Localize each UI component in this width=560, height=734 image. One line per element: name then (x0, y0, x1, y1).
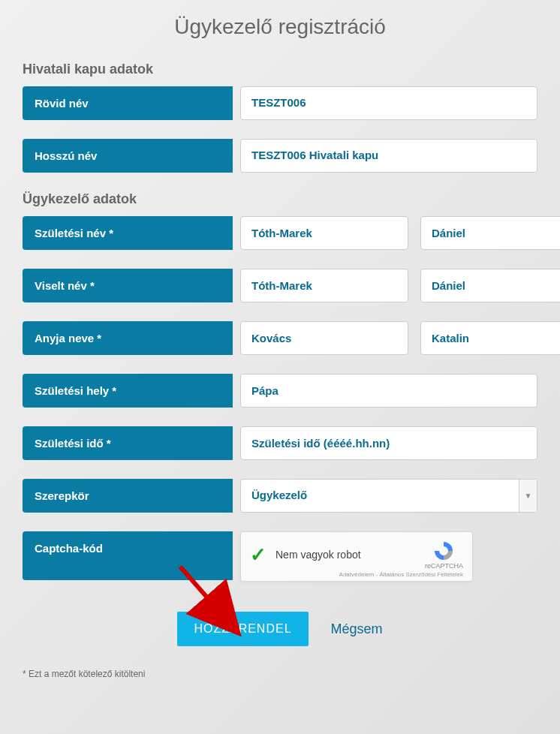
value-hosszu-nev: TESZT006 Hivatali kapu (240, 139, 537, 173)
value-rovid-nev: TESZT006 (240, 86, 537, 120)
recaptcha-icon (432, 540, 455, 562)
label-viselt-nev: Viselt név * (23, 269, 233, 302)
button-row: HOZZÁRENDEL Mégsem (23, 612, 537, 646)
input-szuletesi-ido[interactable] (240, 426, 537, 460)
section-ugykezelo-heading: Ügykezelő adatok (23, 191, 537, 207)
row-rovid-nev: Rövid név TESZT006 (23, 86, 537, 120)
label-hosszu-nev: Hosszú név (23, 139, 233, 173)
row-szuletesi-ido: Születési idő * (23, 426, 537, 460)
input-viselt-nev-last[interactable] (240, 269, 408, 302)
checkmark-icon: ✓ (250, 545, 266, 564)
captcha-text: Nem vagyok robot (275, 549, 416, 561)
required-footnote: * Ezt a mezőt kötelező kitölteni (23, 669, 537, 679)
page-title: Ügykezelő regisztráció (23, 15, 537, 39)
input-szuletesi-nev-first[interactable] (420, 216, 560, 250)
captcha-footer: Adatvédelem - Általános Szerződési Felté… (250, 571, 463, 578)
input-viselt-nev-first[interactable] (420, 269, 560, 302)
input-anyja-neve-first[interactable] (420, 321, 560, 355)
submit-button[interactable]: HOZZÁRENDEL (177, 612, 308, 646)
row-hosszu-nev: Hosszú név TESZT006 Hivatali kapu (23, 139, 537, 173)
label-rovid-nev: Rövid név (23, 86, 233, 120)
label-captcha: Captcha-kód (23, 531, 233, 580)
row-szerepkor: Szerepkör Ügykezelő ▼ (23, 479, 537, 513)
label-anyja-neve: Anyja neve * (23, 321, 233, 355)
input-szuletesi-nev-last[interactable] (240, 216, 408, 250)
row-szuletesi-hely: Születési hely * (23, 374, 537, 408)
recaptcha-widget[interactable]: ✓ Nem vagyok robot reCAPTCHA Adatvédelem… (240, 531, 473, 582)
row-viselt-nev: Viselt név * (23, 269, 537, 302)
input-szuletesi-hely[interactable] (240, 374, 537, 408)
chevron-down-icon: ▼ (519, 480, 537, 512)
row-captcha: Captcha-kód ✓ Nem vagyok robot reCAPTCHA… (23, 531, 537, 582)
recaptcha-brand: reCAPTCHA (425, 562, 463, 570)
row-szuletesi-nev: Születési név * (23, 216, 537, 250)
row-anyja-neve: Anyja neve * (23, 321, 537, 355)
recaptcha-logo: reCAPTCHA (425, 540, 463, 570)
select-szerepkor[interactable]: Ügykezelő ▼ (240, 479, 537, 513)
label-szerepkor: Szerepkör (23, 479, 233, 513)
label-szuletesi-hely: Születési hely * (23, 374, 233, 408)
label-szuletesi-nev: Születési név * (23, 216, 233, 250)
label-szuletesi-ido: Születési idő * (23, 426, 233, 460)
select-szerepkor-value: Ügykezelő (241, 480, 519, 512)
input-anyja-neve-last[interactable] (240, 321, 408, 355)
section-hivatali-heading: Hivatali kapu adatok (23, 62, 537, 77)
cancel-button[interactable]: Mégsem (331, 621, 383, 637)
